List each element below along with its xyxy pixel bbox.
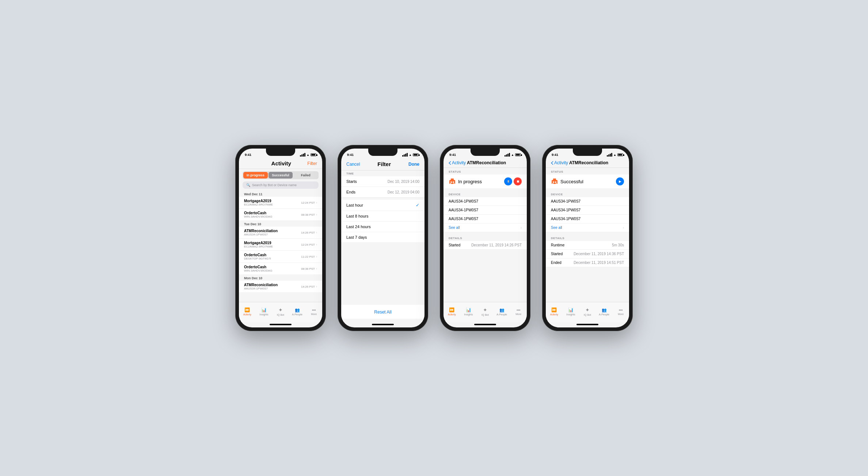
- status-section-label: STATUS: [546, 168, 629, 174]
- filter-button[interactable]: Filter: [307, 161, 317, 166]
- tab-iqbot[interactable]: ✦ IQ Bot: [272, 307, 289, 316]
- home-indicator: [270, 324, 292, 325]
- tab-iqbot-label: IQ Bot: [277, 314, 284, 316]
- list-item[interactable]: MortgageA2019 EC2AMAZ-6RO7NME 12:24 PST …: [239, 239, 322, 251]
- tab-bar-1: ⏩ Activity 📊 Insights ✦ IQ Bot 👥 A-Peopl…: [239, 302, 322, 322]
- tab-more[interactable]: ••• More: [612, 308, 629, 315]
- svg-point-9: [555, 181, 556, 183]
- tab-apeople[interactable]: 👥 A-People: [596, 308, 613, 316]
- list-item[interactable]: OrdertoCash WIN-3AHDV35ODAG 08:38 PST ›: [239, 209, 322, 221]
- tab-insights[interactable]: 📊 Insights: [460, 307, 477, 316]
- list-item[interactable]: OrdertoCash WIN-3AHDV35ODAG 08:38 PST ›: [239, 263, 322, 275]
- filler: [341, 243, 425, 303]
- play-button[interactable]: ▶: [616, 177, 624, 185]
- see-all-row[interactable]: See all ›: [443, 223, 527, 232]
- phone1: 9:41 ▲ Activity Filter: [235, 145, 326, 331]
- list-item[interactable]: ATMReconiciliation AAUS34-1PW0S7 14:26 P…: [239, 281, 322, 293]
- status-icons: ▲: [505, 153, 521, 157]
- chevron-right-icon: ›: [316, 285, 317, 288]
- segment-control: In progress Successful Failed: [243, 171, 319, 179]
- device-item: AAUS34-1PW0S7: [546, 215, 629, 223]
- svg-rect-11: [556, 183, 557, 184]
- started-row: Started December 11, 2019 14:36 PST: [546, 250, 629, 258]
- segment-failed[interactable]: Failed: [293, 172, 318, 178]
- search-icon: 🔍: [246, 183, 250, 187]
- reset-row: Reset All: [341, 305, 425, 319]
- tab-activity-label: Activity: [550, 313, 558, 316]
- pause-button[interactable]: ⏸: [504, 177, 512, 185]
- nav-header-4: Activity ATMReconciliation: [546, 159, 629, 168]
- filter-option-last8[interactable]: Last 8 hours: [341, 211, 425, 222]
- ended-row: Ended December 11, 2019 14:51 PST: [546, 258, 629, 267]
- tab-insights[interactable]: 📊 Insights: [563, 307, 579, 316]
- tab-bar-4: ⏩ Activity 📊 Insights ✦ IQ Bot 👥 A-Peopl…: [546, 302, 629, 322]
- chevron-right-icon: ›: [623, 226, 624, 230]
- status-text: In progress: [458, 179, 482, 184]
- list-item[interactable]: OrdertoCash DESKTOP-9GT4G7I 11:22 PST ›: [239, 251, 322, 263]
- item-device: EC2AMAZ-6RO7NME: [244, 203, 273, 206]
- filter-starts-row[interactable]: Starts Dec 10, 2019 14:00: [341, 176, 425, 187]
- device-item: AAUS34-1PW0S7: [443, 215, 527, 223]
- activity-tab-icon: ⏩: [449, 307, 454, 312]
- filter-option-last24[interactable]: Last 24 hours: [341, 222, 425, 232]
- battery-icon: [515, 153, 521, 156]
- tab-apeople-label: A-People: [496, 313, 507, 316]
- ended-value: December 11, 2019 14:51 PST: [574, 261, 624, 265]
- back-button[interactable]: Activity: [449, 160, 466, 165]
- search-bar[interactable]: 🔍 Search by Bot or Device name: [243, 181, 319, 189]
- status-icons: ▲: [300, 153, 316, 157]
- notch: [368, 149, 397, 156]
- status-time: 9:41: [245, 153, 251, 157]
- filter-cancel-button[interactable]: Cancel: [346, 162, 360, 167]
- svg-rect-5: [453, 183, 454, 184]
- device-item: AAUS34-1PW0S7: [546, 197, 629, 206]
- svg-point-8: [553, 181, 554, 183]
- tab-activity[interactable]: ⏩ Activity: [239, 307, 256, 316]
- divider-1: [239, 169, 322, 169]
- tab-more-label: More: [618, 313, 624, 315]
- tab-iqbot[interactable]: ✦ IQ Bot: [579, 307, 596, 316]
- signal-bar: [607, 155, 608, 157]
- tab-apeople[interactable]: 👥 A-People: [494, 308, 510, 316]
- tab-more[interactable]: ••• More: [305, 308, 322, 315]
- stop-button[interactable]: ⏹: [514, 177, 522, 185]
- see-all-label: See all: [551, 226, 562, 230]
- filter-title: Filter: [377, 161, 391, 167]
- tab-activity[interactable]: ⏩ Activity: [443, 307, 460, 316]
- filter-option-lasthour[interactable]: Last hour ✓: [341, 200, 425, 211]
- tab-insights[interactable]: 📊 Insights: [256, 307, 273, 316]
- insights-tab-icon: 📊: [568, 307, 574, 312]
- home-indicator: [576, 324, 598, 325]
- list-item[interactable]: ATMReconiciliation AAUS34-1PW0S7 14:26 P…: [239, 227, 322, 239]
- see-all-row[interactable]: See all ›: [546, 223, 629, 232]
- details-section-label: DETAILS: [546, 234, 629, 241]
- filter-option-last7[interactable]: Last 7 days: [341, 232, 425, 243]
- filler: [546, 267, 629, 302]
- segment-successful[interactable]: Successful: [269, 172, 293, 178]
- filter-ends-row[interactable]: Ends Dec 12, 2019 04:00: [341, 187, 425, 197]
- signal-bar: [611, 153, 612, 157]
- phone3: 9:41 ▲ Activity ATMReconci: [440, 145, 530, 331]
- filter-done-button[interactable]: Done: [408, 162, 419, 167]
- activity-tab-icon: ⏩: [551, 307, 557, 312]
- tab-more[interactable]: ••• More: [510, 308, 527, 315]
- phone3-screen: 9:41 ▲ Activity ATMReconci: [443, 149, 527, 327]
- activity-tab-icon: ⏩: [244, 307, 250, 312]
- tab-apeople[interactable]: 👥 A-People: [289, 308, 306, 316]
- reset-all-button[interactable]: Reset All: [374, 310, 391, 315]
- tab-activity-label: Activity: [448, 313, 456, 316]
- started-label: Started: [551, 252, 563, 256]
- apeople-tab-icon: 👥: [499, 308, 505, 312]
- svg-rect-7: [553, 178, 556, 180]
- list-item[interactable]: MortgageA2019 EC2AMAZ-6RO7NME 12:24 PST …: [239, 197, 322, 209]
- chevron-left-icon: [551, 161, 553, 165]
- notch: [573, 149, 602, 156]
- signal-bar: [610, 154, 611, 157]
- tab-activity[interactable]: ⏩ Activity: [546, 307, 563, 316]
- back-button[interactable]: Activity: [551, 160, 568, 165]
- detail-title: ATMReconciliation: [467, 160, 506, 165]
- svg-point-2: [450, 181, 452, 183]
- segment-inprogress[interactable]: In progress: [243, 172, 268, 178]
- tab-iqbot[interactable]: ✦ IQ Bot: [477, 307, 494, 316]
- insights-tab-icon: 📊: [466, 307, 471, 312]
